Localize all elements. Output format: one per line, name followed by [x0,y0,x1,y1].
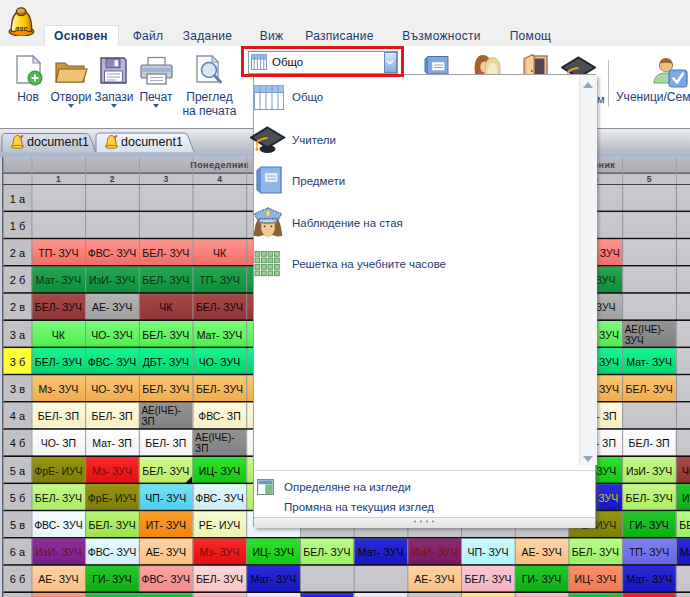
svg-text:РЕ- ИУЧ: РЕ- ИУЧ [199,519,241,531]
svg-text:ЧП- ЗУЧ: ЧП- ЗУЧ [145,492,186,504]
svg-text:АЕ- ЗУЧ: АЕ- ЗУЧ [414,573,454,585]
svg-text:ФВС- ЗУЧ: ФВС- ЗУЧ [88,247,137,259]
svg-text:ТП- ЗУЧ: ТП- ЗУЧ [38,247,78,259]
svg-text:ИзИ- ЗУЧ: ИзИ- ЗУЧ [626,465,672,477]
svg-text:БЕЛ- ЗУЧ: БЕЛ- ЗУЧ [89,519,136,531]
svg-text:БЕЛ- ЗУЧ: БЕЛ- ЗУЧ [196,301,243,313]
svg-text:БЕЛ- ЗП: БЕЛ- ЗП [629,437,670,449]
svg-text:БЕЛ- ЗУЧ: БЕЛ- ЗУЧ [464,573,511,585]
svg-text:6 а: 6 а [10,546,26,558]
svg-text:ИЦ- ЗУЧ: ИЦ- ЗУЧ [575,573,617,585]
svg-text:1 б: 1 б [10,220,25,232]
svg-text:4: 4 [217,174,222,184]
svg-text:Мат- ЗУЧ: Мат- ЗУЧ [680,546,690,558]
svg-text:ФВС- ЗУЧ: ФВС- ЗУЧ [142,573,191,585]
svg-text:БЕЛ- ЗУЧ: БЕЛ- ЗУЧ [196,573,243,585]
svg-text:2 а: 2 а [10,247,26,259]
svg-text:ИзИ- ЗУЧ: ИзИ- ЗУЧ [89,274,135,286]
svg-text:ФВС- ЗУЧ: ФВС- ЗУЧ [88,546,137,558]
svg-text:БЕЛ- ЗУЧ: БЕЛ- ЗУЧ [142,274,189,286]
svg-text:АЕ- ЗУЧ: АЕ- ЗУЧ [521,546,561,558]
svg-text:Мат- ЗУЧ: Мат- ЗУЧ [36,274,82,286]
svg-text:asc: asc [15,24,28,33]
svg-text:2 в: 2 в [10,301,25,313]
svg-text:БЕЛ- ЗУЧ: БЕЛ- ЗУЧ [679,519,690,531]
svg-text:БЕЛ- ЗУЧ: БЕЛ- ЗУЧ [35,356,82,368]
svg-text:Мат- ЗУЧ: Мат- ЗУЧ [250,573,296,585]
svg-text:БЕЛ- ЗУЧ: БЕЛ- ЗУЧ [35,301,82,313]
svg-text:4 б: 4 б [10,437,25,449]
svg-text:Мат- ЗУЧ: Мат- ЗУЧ [626,356,672,368]
svg-text:ИТ- ЗУЧ: ИТ- ЗУЧ [146,519,186,531]
svg-text:ЧК: ЧК [52,329,66,341]
svg-text:ИЦ- ЗУЧ: ИЦ- ЗУЧ [252,546,294,558]
svg-text:ФрЕ- ИУЧ: ФрЕ- ИУЧ [88,492,136,504]
svg-text:АЕ(IЧЕ)-: АЕ(IЧЕ)- [625,324,664,335]
svg-text:ФВС- ЗУЧ: ФВС- ЗУЧ [88,356,137,368]
svg-text:2 б: 2 б [10,274,25,286]
svg-text:3 б: 3 б [10,356,25,368]
svg-text:БЕЛ- ЗУЧ: БЕЛ- ЗУЧ [303,546,350,558]
svg-text:Понеделник: Понеделник [190,160,248,170]
svg-text:ЧК: ЧК [213,247,227,259]
svg-text:БЕЛ- ЗП: БЕЛ- ЗП [38,410,79,422]
svg-text:ГИ- ЗУЧ: ГИ- ЗУЧ [92,573,132,585]
svg-text:5 а: 5 а [10,465,26,477]
svg-text:БЕЛ- ЗП: БЕЛ- ЗП [92,410,133,422]
svg-text:АЕ(IЧЕ)-: АЕ(IЧЕ)- [141,405,180,416]
svg-text:ЧО- ЗП: ЧО- ЗП [41,437,76,449]
svg-text:3: 3 [163,174,168,184]
svg-text:АЕ- ЗУЧ: АЕ- ЗУЧ [146,546,186,558]
svg-text:Мат- ЗУЧ: Мат- ЗУЧ [358,546,404,558]
svg-text:БЕЛ- ЗУЧ: БЕЛ- ЗУЧ [196,383,243,395]
svg-text:ЗП: ЗП [195,443,208,454]
svg-text:5: 5 [647,174,652,184]
svg-text:3 а: 3 а [10,329,26,341]
svg-text:1: 1 [56,174,61,184]
svg-text:5 б: 5 б [10,492,25,504]
svg-text:ЧП- ЗУЧ: ЧП- ЗУЧ [468,546,509,558]
svg-text:БЕЛ- ЗУЧ: БЕЛ- ЗУЧ [626,492,673,504]
svg-text:БЕЛ- ЗУЧ: БЕЛ- ЗУЧ [142,465,189,477]
svg-text:1 а: 1 а [10,193,26,205]
svg-text:ИзИ- ЗУЧ: ИзИ- ЗУЧ [35,546,81,558]
svg-text:БЕЛ- ЗУЧ: БЕЛ- ЗУЧ [142,329,189,341]
svg-text:ЧО- ЗУЧ: ЧО- ЗУЧ [91,329,132,341]
svg-text:ИзИ- ЗУЧ: ИзИ- ЗУЧ [411,546,457,558]
svg-text:ФВС- ЗУЧ: ФВС- ЗУЧ [195,492,244,504]
svg-text:ЗУЧ: ЗУЧ [625,335,644,346]
svg-text:ЧО- ЗУЧ: ЧО- ЗУЧ [91,383,132,395]
svg-text:Мз- ЗУЧ: Мз- ЗУЧ [92,465,132,477]
svg-text:Мз- ЗУЧ: Мз- ЗУЧ [38,383,78,395]
svg-text:ФрЕ- ИУЧ: ФрЕ- ИУЧ [34,465,82,477]
svg-text:ТП- ЗУЧ: ТП- ЗУЧ [629,546,669,558]
svg-text:БЕЛ- ЗУЧ: БЕЛ- ЗУЧ [142,383,189,395]
svg-text:Мат- ЗУЧ: Мат- ЗУЧ [197,329,243,341]
svg-text:ЧО- ЗУЧ: ЧО- ЗУЧ [682,465,690,477]
svg-text:5 в: 5 в [10,519,25,531]
svg-text:БЕЛ- ЗУЧ: БЕЛ- ЗУЧ [35,492,82,504]
svg-text:2: 2 [110,174,115,184]
svg-text:БЕЛ- ЗУЧ: БЕЛ- ЗУЧ [572,546,619,558]
svg-text:БЕЛ- ЗУЧ: БЕЛ- ЗУЧ [142,247,189,259]
svg-text:4 а: 4 а [10,410,26,422]
svg-text:ЗП: ЗП [141,416,154,427]
svg-text:Мат- ЗУЧ: Мат- ЗУЧ [626,573,672,585]
svg-text:ИЦ- ЗУЧ: ИЦ- ЗУЧ [682,492,690,504]
svg-text:ГИ- ЗУЧ: ГИ- ЗУЧ [522,573,562,585]
svg-text:ФВС- ЗУЧ: ФВС- ЗУЧ [34,519,83,531]
svg-text:АЕ- ЗУЧ: АЕ- ЗУЧ [92,301,132,313]
svg-text:ЧО- ЗУЧ: ЧО- ЗУЧ [199,356,240,368]
svg-text:Мз- ЗУЧ: Мз- ЗУЧ [200,546,240,558]
svg-text:АЕ(IЧЕ)-: АЕ(IЧЕ)- [195,432,234,443]
svg-text:ЧК: ЧК [159,301,173,313]
svg-text:ИЦ- ЗУЧ: ИЦ- ЗУЧ [199,465,241,477]
svg-text:ДБТ- ЗУЧ: ДБТ- ЗУЧ [143,356,189,368]
svg-text:Мат- ЗП: Мат- ЗП [92,437,132,449]
svg-text:БЕЛ- ЗУЧ: БЕЛ- ЗУЧ [626,383,673,395]
svg-text:БЕЛ- ЗП: БЕЛ- ЗП [145,437,186,449]
svg-text:ФВС- ЗП: ФВС- ЗП [198,410,241,422]
svg-text:6 б: 6 б [10,573,25,585]
svg-text:ТП- ЗУЧ: ТП- ЗУЧ [199,274,239,286]
svg-text:ГИ- ЗУЧ: ГИ- ЗУЧ [629,519,669,531]
